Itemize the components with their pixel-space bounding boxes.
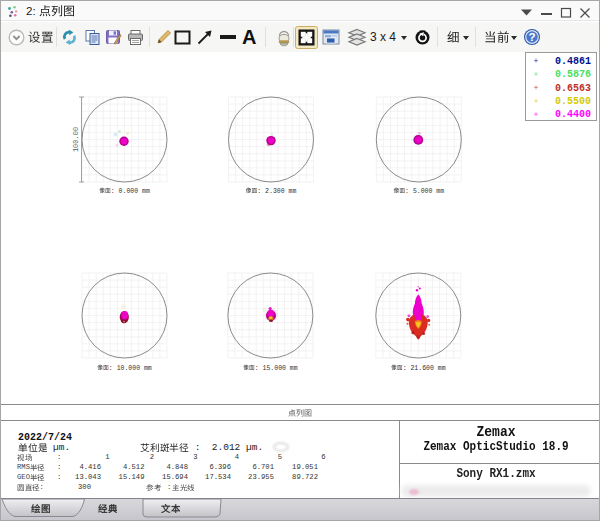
svg-text:: 21.600 mm: : 21.600 mm (403, 365, 446, 372)
svg-text:: 2.300 mm: : 2.300 mm (257, 188, 296, 195)
svg-text:: 5.000 mm: : 5.000 mm (405, 188, 444, 195)
svg-text:0.5500: 0.5500 (555, 96, 591, 107)
svg-text:0.4861: 0.4861 (555, 56, 591, 67)
svg-text:0.5876: 0.5876 (555, 69, 591, 80)
svg-text:100.00: 100.00 (72, 127, 80, 152)
svg-text:0.4400: 0.4400 (555, 109, 591, 120)
svg-text:?: ? (528, 31, 535, 43)
svg-text:: 15.000 mm: : 15.000 mm (255, 365, 298, 372)
svg-text:: 0.000 mm: : 0.000 mm (111, 188, 150, 195)
svg-text:: 10.000 mm: : 10.000 mm (109, 365, 152, 372)
svg-text:0.6563: 0.6563 (555, 83, 591, 94)
